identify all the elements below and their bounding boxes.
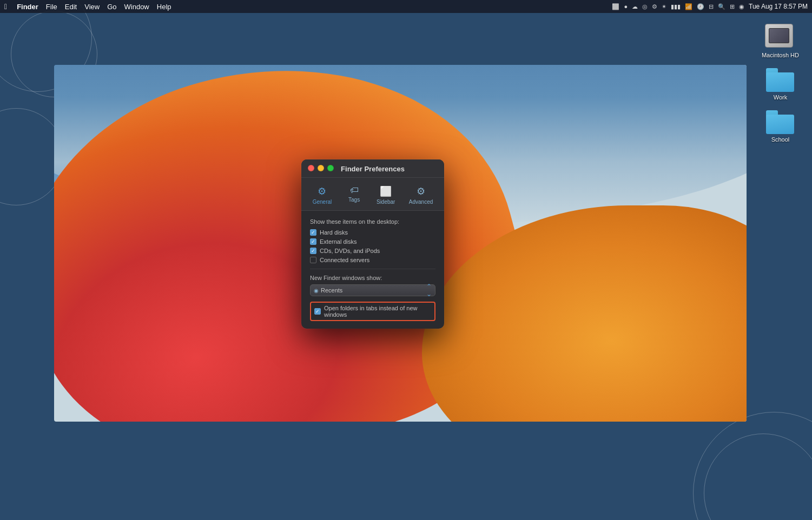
finder-preferences-dialog[interactable]: Finder Preferences ⚙ General 🏷 Tags ⬜ Si…: [301, 159, 444, 329]
school-folder-icon[interactable]: School: [764, 108, 796, 145]
desktop-section-label: Show these items on the desktop:: [310, 218, 435, 225]
recents-icon: ◉: [314, 288, 319, 294]
dropdown-arrow-icon: ⌃⌄: [426, 283, 432, 298]
tab-advanced-label: Advanced: [409, 199, 433, 205]
checkmark-icon: ✓: [311, 249, 315, 254]
external-disks-label: External disks: [320, 238, 357, 245]
general-tab-icon: ⚙: [318, 185, 326, 197]
menubar-file[interactable]: File: [46, 3, 57, 11]
connected-servers-label: Connected servers: [320, 257, 369, 263]
tags-tab-icon: 🏷: [350, 185, 359, 195]
dialog-content: Show these items on the desktop: ✓ Hard …: [301, 211, 444, 329]
new-finder-windows-dropdown[interactable]: ◉ Recents ⌃⌄: [310, 284, 435, 296]
tab-sidebar-label: Sidebar: [377, 199, 395, 205]
tab-sidebar[interactable]: ⬜ Sidebar: [372, 183, 399, 207]
tab-general[interactable]: ⚙ General: [308, 183, 336, 207]
work-folder-graphic: [766, 68, 794, 92]
checkmark-icon: ✓: [311, 230, 315, 235]
tab-tags[interactable]: 🏷 Tags: [341, 183, 367, 207]
tab-bar: ⚙ General 🏷 Tags ⬜ Sidebar ⚙ Advanced: [301, 178, 444, 211]
desktop-icon-area: Macintosh HD Work School: [760, 22, 801, 145]
dropdown-row: ◉ Recents ⌃⌄: [310, 284, 435, 296]
external-disks-row: ✓ External disks: [310, 238, 435, 245]
datetime-display: Tue Aug 17 8:57 PM: [749, 3, 808, 10]
search-icon[interactable]: 🔍: [718, 3, 725, 10]
tab-advanced[interactable]: ⚙ Advanced: [405, 183, 437, 207]
battery-2-icon[interactable]: ⊟: [709, 3, 714, 10]
macintosh-hd-label: Macintosh HD: [762, 52, 799, 58]
tab-general-label: General: [313, 199, 332, 205]
checkmark-icon: ✓: [311, 239, 315, 244]
settings-icon[interactable]: ⚙: [652, 3, 657, 10]
cloud-icon[interactable]: ☁: [632, 3, 638, 10]
sidebar-tab-icon: ⬜: [380, 185, 392, 197]
control-center-icon[interactable]: ⊞: [730, 3, 735, 10]
hd-icon-graphic: [765, 24, 795, 50]
open-folders-checkbox[interactable]: ✓: [314, 308, 321, 315]
screen-record-icon[interactable]: ⬜: [612, 3, 619, 10]
open-folders-label: Open folders in tabs instead of new wind…: [324, 305, 431, 318]
eye-icon[interactable]: ◎: [642, 3, 648, 10]
school-folder-graphic: [766, 110, 794, 134]
work-folder-label: Work: [774, 94, 787, 101]
hard-disks-label: Hard disks: [320, 229, 348, 236]
cds-dvds-label: CDs, DVDs, and iPods: [320, 248, 380, 254]
cds-dvds-row: ✓ CDs, DVDs, and iPods: [310, 248, 435, 254]
menubar-help[interactable]: Help: [157, 3, 171, 11]
connected-servers-row: Connected servers: [310, 257, 435, 263]
clock-icon: 🕗: [697, 3, 704, 10]
dropdown-value: Recents: [321, 287, 426, 294]
open-folders-row: ✓ Open folders in tabs instead of new wi…: [310, 302, 435, 321]
macintosh-hd-icon[interactable]: Macintosh HD: [760, 22, 801, 61]
menubar-left:  Finder File Edit View Go Window Help: [4, 2, 171, 11]
connected-servers-checkbox[interactable]: [310, 257, 316, 263]
siri-icon[interactable]: ◉: [739, 3, 744, 10]
checkmark-icon: ✓: [315, 309, 320, 314]
apple-menu[interactable]: : [4, 2, 7, 11]
hard-disks-row: ✓ Hard disks: [310, 229, 435, 236]
menubar:  Finder File Edit View Go Window Help ⬜…: [0, 0, 812, 13]
menubar-edit[interactable]: Edit: [65, 3, 77, 11]
menubar-go[interactable]: Go: [107, 3, 116, 11]
tab-tags-label: Tags: [348, 197, 360, 203]
wifi-signal-icon[interactable]: 📶: [685, 3, 692, 10]
hard-disks-checkbox[interactable]: ✓: [310, 229, 316, 236]
advanced-tab-icon: ⚙: [417, 185, 425, 197]
menubar-window[interactable]: Window: [124, 3, 149, 11]
wifi-icon[interactable]: ●: [624, 3, 628, 10]
menubar-right: ⬜ ● ☁ ◎ ⚙ ✴ ▮▮▮ 📶 🕗 ⊟ 🔍 ⊞ ◉ Tue Aug 17 8…: [612, 3, 808, 10]
dialog-titlebar: Finder Preferences: [301, 159, 444, 178]
dialog-title: Finder Preferences: [308, 165, 438, 173]
work-folder-icon[interactable]: Work: [764, 66, 796, 103]
bluetooth-icon[interactable]: ✴: [662, 3, 666, 10]
cds-dvds-checkbox[interactable]: ✓: [310, 248, 316, 254]
school-folder-label: School: [771, 136, 790, 143]
new-finder-label: New Finder windows show:: [310, 275, 435, 281]
desktop:  Finder File Edit View Go Window Help ⬜…: [0, 0, 812, 520]
menubar-view[interactable]: View: [84, 3, 100, 11]
battery-icon[interactable]: ▮▮▮: [671, 3, 681, 10]
menubar-finder[interactable]: Finder: [17, 3, 38, 11]
external-disks-checkbox[interactable]: ✓: [310, 238, 316, 245]
divider: [310, 269, 435, 269]
